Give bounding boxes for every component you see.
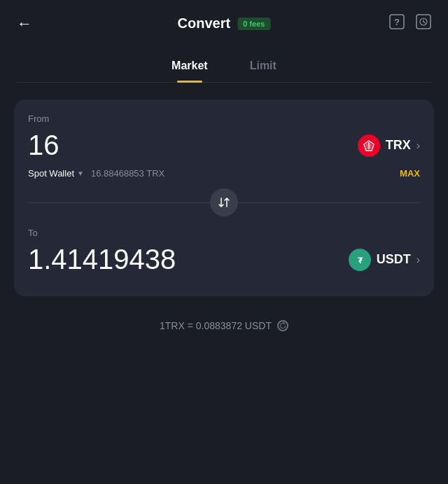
wallet-row: Spot Wallet ▼ 16.88468853 TRX MAX [28, 168, 420, 179]
svg-text:₮: ₮ [357, 256, 363, 264]
page-title: Convert [178, 15, 231, 32]
header-icons: ? [389, 14, 431, 33]
convert-card: From 16 TRX › Spot Wallet ▼ 16. [14, 99, 434, 296]
svg-line-5 [424, 22, 426, 23]
from-label: From [28, 113, 420, 124]
to-currency-name: USDT [377, 252, 411, 267]
header-center: Convert 0 fees [178, 15, 271, 32]
to-amount: 1.41419438 [28, 244, 176, 275]
spot-wallet-label[interactable]: Spot Wallet ▼ [28, 168, 84, 179]
from-amount[interactable]: 16 [28, 130, 59, 161]
wallet-dropdown-icon: ▼ [77, 170, 84, 177]
rate-info: 1TRX = 0.0883872 USDT [0, 313, 448, 338]
app-header: ← Convert 0 fees ? [0, 0, 448, 47]
from-amount-row: 16 TRX › [28, 130, 420, 161]
to-currency-selector[interactable]: ₮ USDT › [349, 249, 420, 271]
swap-button[interactable] [210, 188, 238, 216]
help-icon[interactable]: ? [389, 14, 405, 33]
rate-text: 1TRX = 0.0883872 USDT [160, 320, 272, 331]
from-currency-name: TRX [386, 138, 411, 153]
history-icon[interactable] [416, 14, 431, 33]
usdt-icon: ₮ [349, 249, 371, 271]
trx-icon [358, 134, 380, 157]
to-section: To 1.41419438 ₮ USDT › [28, 228, 420, 275]
from-currency-selector[interactable]: TRX › [358, 134, 420, 157]
svg-text:?: ? [394, 17, 400, 27]
refresh-icon[interactable] [277, 320, 288, 331]
back-button[interactable]: ← [17, 15, 32, 33]
to-currency-chevron: › [416, 254, 420, 266]
to-amount-row: 1.41419438 ₮ USDT › [28, 244, 420, 275]
tab-bar: Market Limit [17, 47, 431, 83]
to-label: To [28, 228, 420, 238]
tab-market[interactable]: Market [172, 54, 208, 82]
fees-badge: 0 fees [237, 18, 270, 30]
wallet-balance: 16.88468853 TRX [91, 168, 164, 179]
from-section: From 16 TRX › Spot Wallet ▼ 16. [28, 113, 420, 179]
max-button[interactable]: MAX [400, 168, 420, 179]
tab-limit[interactable]: Limit [250, 54, 276, 82]
divider-row [28, 188, 420, 216]
from-currency-chevron: › [416, 139, 420, 152]
